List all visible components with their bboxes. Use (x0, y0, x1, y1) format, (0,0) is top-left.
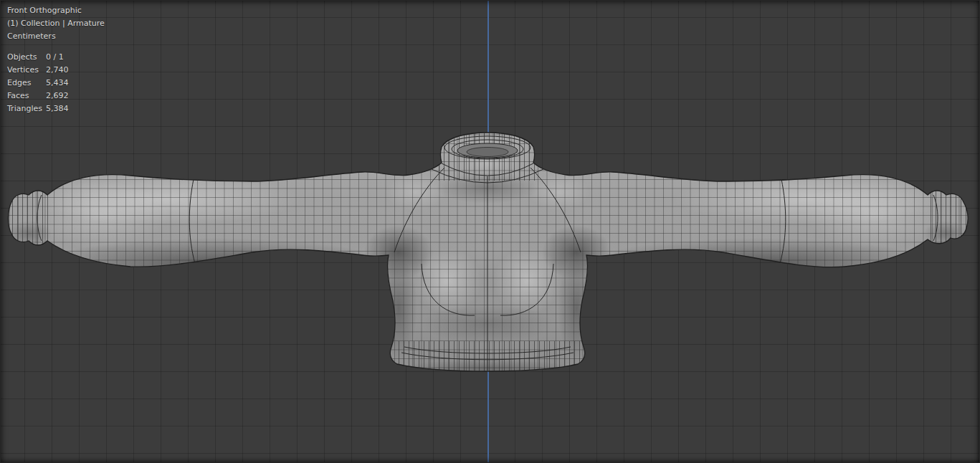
stat-row-edges: Edges 5,434 (7, 77, 105, 90)
3d-viewport[interactable]: Front Orthographic (1) Collection | Arma… (0, 0, 980, 463)
stat-value: 2,740 (46, 64, 69, 77)
units-label: Centimeters (7, 30, 105, 43)
stat-row-triangles: Triangles 5,384 (7, 102, 105, 115)
stat-label: Triangles (7, 102, 46, 115)
context-path-label: (1) Collection | Armature (7, 17, 105, 30)
stat-value: 2,692 (46, 90, 69, 102)
stat-label: Objects (7, 51, 46, 64)
scene-statistics: Objects 0 / 1 Vertices 2,740 Edges 5,434… (7, 51, 105, 115)
mesh-object-sweater[interactable] (0, 0, 980, 463)
stat-label: Faces (7, 90, 46, 102)
stat-value: 0 / 1 (46, 51, 64, 64)
stat-row-vertices: Vertices 2,740 (7, 64, 105, 77)
stat-label: Edges (7, 77, 46, 90)
mesh-shading (0, 122, 980, 387)
stat-value: 5,434 (46, 77, 69, 90)
view-name-label: Front Orthographic (7, 4, 105, 17)
viewport-overlay: Front Orthographic (1) Collection | Arma… (7, 4, 105, 115)
stat-value: 5,384 (46, 102, 69, 115)
stat-row-objects: Objects 0 / 1 (7, 51, 105, 64)
stat-row-faces: Faces 2,692 (7, 90, 105, 102)
stat-label: Vertices (7, 64, 46, 77)
